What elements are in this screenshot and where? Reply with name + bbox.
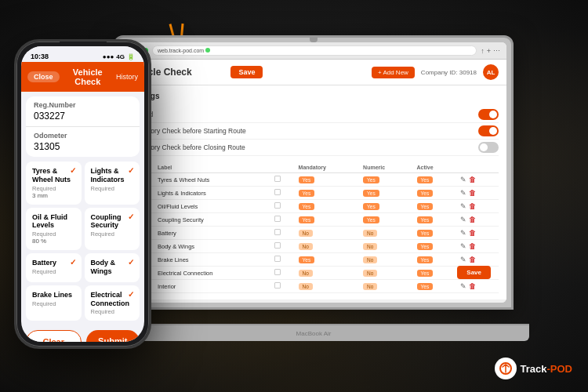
- mandatory-close-toggle[interactable]: [478, 142, 499, 153]
- list-item[interactable]: Body & Wings ✓: [85, 253, 140, 282]
- cell-mandatory: No: [296, 267, 361, 280]
- browser-url-bar[interactable]: web.track-pod.com: [152, 45, 477, 56]
- cell-actions: ✎ 🗑: [457, 280, 499, 293]
- clear-button[interactable]: Clear: [26, 330, 82, 342]
- delete-icon[interactable]: 🗑: [469, 229, 476, 237]
- cell-active: Yes: [414, 253, 457, 267]
- cell-checkbox[interactable]: [271, 253, 295, 267]
- cell-active: Yes: [414, 240, 457, 253]
- check-title: Electrical Connection: [91, 291, 134, 308]
- phone-screen-title: Vehicle Check: [60, 67, 116, 86]
- cell-checkbox[interactable]: [271, 280, 295, 293]
- check-sub: Required: [91, 230, 134, 238]
- checklist-table: No Label Mandatory Numeric Active 1 Tyre: [129, 162, 499, 293]
- cell-numeric: No: [360, 227, 413, 240]
- check-tick-icon: ✓: [128, 166, 134, 175]
- edit-icon[interactable]: ✎: [460, 216, 466, 223]
- col-actions: [457, 162, 499, 173]
- cell-actions: ✎ 🗑: [457, 253, 499, 267]
- check-value: 80 %: [32, 238, 75, 245]
- list-item[interactable]: Coupling Security Required ✓: [85, 208, 140, 251]
- cell-checkbox[interactable]: [271, 213, 295, 227]
- cell-mandatory: No: [296, 227, 361, 240]
- trackpod-svg: [499, 361, 513, 376]
- cell-checkbox[interactable]: [271, 173, 295, 187]
- submit-button[interactable]: Submit: [86, 330, 140, 342]
- cell-checkbox[interactable]: [271, 267, 295, 280]
- delete-icon[interactable]: 🗑: [469, 242, 476, 250]
- phone-status-bar: 10:38 ●●● 4G 🔋: [21, 46, 144, 62]
- cell-actions: ✎ 🗑: [457, 240, 499, 253]
- list-item[interactable]: Brake Lines Required: [26, 285, 82, 321]
- browser-action-icons: ↑ + ⋯: [481, 47, 500, 55]
- close-button[interactable]: Close: [27, 71, 60, 82]
- app-header: Vehicle Check Save + Add New Company ID:…: [121, 60, 506, 85]
- ssl-icon: [205, 48, 210, 53]
- edit-icon[interactable]: ✎: [460, 176, 466, 183]
- cell-mandatory: Yes: [296, 173, 361, 187]
- list-item[interactable]: Lights & Indicators Required ✓: [85, 162, 140, 205]
- reg-number-label: Reg.Number: [26, 96, 140, 110]
- cell-checkbox[interactable]: [271, 227, 295, 240]
- cell-actions: ✎ 🗑: [457, 187, 499, 200]
- check-title: Tyres & Wheel Nuts: [32, 167, 75, 184]
- list-item[interactable]: Battery Required ✓: [26, 253, 82, 282]
- reg-number-value[interactable]: 033227: [26, 110, 140, 127]
- check-title: Coupling Security: [91, 213, 134, 230]
- table-row: 5 Battery No No Yes ✎ 🗑: [129, 227, 499, 240]
- phone-checklist: Tyres & Wheel Nuts Required 3 mm ✓ Light…: [26, 162, 140, 321]
- list-item[interactable]: Oil & Fluid Levels Required 80 %: [26, 208, 82, 251]
- edit-icon[interactable]: ✎: [460, 229, 466, 237]
- delete-icon[interactable]: 🗑: [469, 176, 476, 183]
- cell-active: Yes: [414, 267, 457, 280]
- list-item[interactable]: Electrical Connection Required ✓: [85, 285, 140, 321]
- avatar: AL: [483, 64, 499, 80]
- cell-checkbox[interactable]: [271, 187, 295, 200]
- delete-icon[interactable]: 🗑: [469, 189, 476, 197]
- cell-label: Brake Lines: [154, 253, 271, 267]
- cell-active: Yes: [414, 173, 457, 187]
- cell-label: Coupling Security: [154, 213, 271, 227]
- bookmark-icon[interactable]: +: [487, 47, 491, 55]
- cell-mandatory: Yes: [296, 187, 361, 200]
- phone-time: 10:38: [31, 53, 49, 60]
- save-button[interactable]: Save: [230, 66, 263, 78]
- share-icon[interactable]: ↑: [481, 47, 485, 55]
- delete-icon[interactable]: 🗑: [469, 202, 476, 210]
- edit-icon[interactable]: ✎: [460, 256, 466, 263]
- edit-icon[interactable]: ✎: [460, 242, 466, 250]
- check-title: Battery: [32, 259, 75, 267]
- footer-save-button[interactable]: Save: [457, 266, 491, 279]
- delete-icon[interactable]: 🗑: [469, 256, 476, 263]
- check-tick-icon: ✓: [128, 258, 134, 267]
- web-application: Vehicle Check Save + Add New Company ID:…: [121, 60, 506, 303]
- edit-icon[interactable]: ✎: [460, 202, 466, 210]
- phone-mockup: 10:38 ●●● 4G 🔋 Close Vehicle Check Histo…: [14, 39, 151, 349]
- cell-label: Body & Wings: [154, 240, 271, 253]
- toggle-knob: [489, 111, 497, 118]
- laptop-mockup: web.track-pod.com ↑ + ⋯ Vehicle Check Sa…: [114, 35, 514, 341]
- edit-icon[interactable]: ✎: [460, 189, 466, 197]
- cell-label: Electrical Connection: [154, 267, 271, 280]
- enabled-toggle[interactable]: [478, 109, 499, 120]
- mandatory-start-toggle[interactable]: [478, 125, 499, 136]
- delete-icon[interactable]: 🗑: [469, 216, 476, 223]
- cell-actions: ✎ 🗑: [457, 227, 499, 240]
- history-button[interactable]: History: [116, 73, 138, 81]
- add-new-button[interactable]: + Add New: [372, 67, 415, 78]
- odometer-value[interactable]: 31305: [26, 140, 140, 157]
- phone-action-buttons: Clear Submit: [21, 325, 144, 342]
- check-title: Brake Lines: [32, 291, 75, 299]
- settings-row-mandatory-close: Mandatory Check before Closing Route: [129, 140, 499, 156]
- edit-icon[interactable]: ✎: [460, 282, 466, 290]
- trackpod-logo: Track-POD: [495, 358, 572, 379]
- delete-icon[interactable]: 🗑: [469, 282, 476, 290]
- table-row: 7 Brake Lines Yes No Yes ✎ 🗑: [129, 253, 499, 267]
- cell-checkbox[interactable]: [271, 200, 295, 213]
- cell-actions: ✎ 🗑: [457, 213, 499, 227]
- list-item[interactable]: Tyres & Wheel Nuts Required 3 mm ✓: [26, 162, 82, 205]
- more-icon[interactable]: ⋯: [493, 47, 500, 55]
- cell-checkbox[interactable]: [271, 240, 295, 253]
- check-sub: Required: [32, 268, 75, 275]
- cell-numeric: No: [360, 267, 413, 280]
